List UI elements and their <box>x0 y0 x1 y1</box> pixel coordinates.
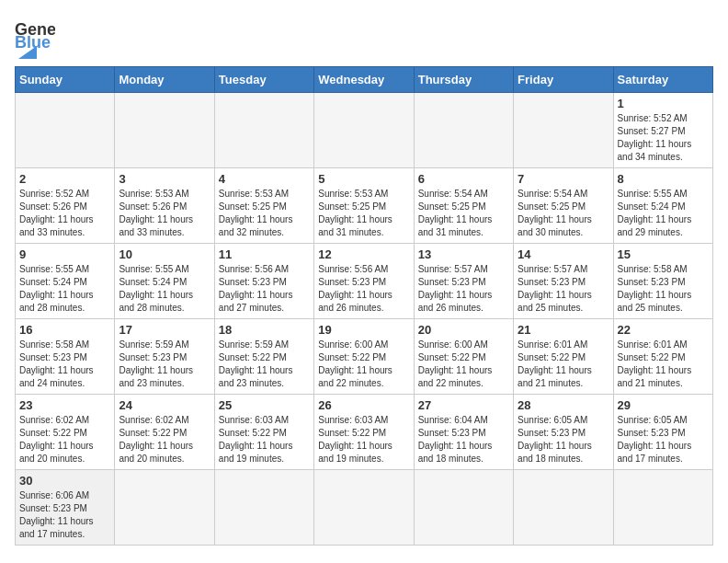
day-number: 12 <box>318 247 409 261</box>
day-info: Sunrise: 5:55 AM Sunset: 5:24 PM Dayligh… <box>19 263 110 315</box>
day-number: 15 <box>618 247 709 261</box>
calendar-day-cell: 8Sunrise: 5:55 AM Sunset: 5:24 PM Daylig… <box>613 168 712 244</box>
calendar-day-cell: 29Sunrise: 6:05 AM Sunset: 5:23 PM Dayli… <box>613 395 712 470</box>
day-number: 1 <box>618 97 709 110</box>
day-number: 30 <box>19 474 110 488</box>
day-number: 13 <box>418 247 509 261</box>
day-number: 5 <box>318 172 409 186</box>
calendar-day-cell <box>514 470 613 546</box>
calendar-day-cell: 14Sunrise: 5:57 AM Sunset: 5:23 PM Dayli… <box>514 244 613 319</box>
calendar-day-cell: 15Sunrise: 5:58 AM Sunset: 5:23 PM Dayli… <box>613 244 712 319</box>
day-number: 28 <box>518 398 609 412</box>
calendar-header-saturday: Saturday <box>613 67 712 93</box>
calendar-day-cell: 3Sunrise: 5:53 AM Sunset: 5:26 PM Daylig… <box>115 168 214 244</box>
calendar-day-cell: 22Sunrise: 6:01 AM Sunset: 5:22 PM Dayli… <box>613 319 712 395</box>
calendar-day-cell: 10Sunrise: 5:55 AM Sunset: 5:24 PM Dayli… <box>115 244 214 319</box>
calendar-day-cell: 30Sunrise: 6:06 AM Sunset: 5:23 PM Dayli… <box>16 470 115 546</box>
calendar-day-cell: 24Sunrise: 6:02 AM Sunset: 5:22 PM Dayli… <box>115 395 214 470</box>
calendar-header-tuesday: Tuesday <box>214 67 313 93</box>
calendar-day-cell <box>613 470 712 546</box>
day-number: 7 <box>518 172 609 186</box>
calendar-day-cell: 16Sunrise: 5:58 AM Sunset: 5:23 PM Dayli… <box>16 319 115 395</box>
calendar-header-monday: Monday <box>115 67 214 93</box>
day-number: 3 <box>119 172 210 186</box>
calendar-day-cell: 23Sunrise: 6:02 AM Sunset: 5:22 PM Dayli… <box>16 395 115 470</box>
calendar-week-row: 23Sunrise: 6:02 AM Sunset: 5:22 PM Dayli… <box>16 395 713 470</box>
calendar-header-wednesday: Wednesday <box>314 67 414 93</box>
calendar-day-cell <box>414 470 513 546</box>
day-number: 25 <box>219 398 310 412</box>
calendar-day-cell: 5Sunrise: 5:53 AM Sunset: 5:25 PM Daylig… <box>314 168 414 244</box>
day-number: 22 <box>618 323 709 337</box>
day-number: 24 <box>119 398 210 412</box>
calendar-header-row: SundayMondayTuesdayWednesdayThursdayFrid… <box>16 67 713 93</box>
day-number: 27 <box>418 398 509 412</box>
calendar-day-cell <box>414 93 513 168</box>
calendar-header-sunday: Sunday <box>16 67 115 93</box>
day-number: 14 <box>518 247 609 261</box>
calendar-day-cell <box>214 470 313 546</box>
calendar-day-cell: 28Sunrise: 6:05 AM Sunset: 5:23 PM Dayli… <box>514 395 613 470</box>
day-info: Sunrise: 6:02 AM Sunset: 5:22 PM Dayligh… <box>19 414 110 465</box>
day-info: Sunrise: 6:01 AM Sunset: 5:22 PM Dayligh… <box>618 339 709 390</box>
day-info: Sunrise: 5:58 AM Sunset: 5:23 PM Dayligh… <box>19 339 110 390</box>
calendar-week-row: 16Sunrise: 5:58 AM Sunset: 5:23 PM Dayli… <box>16 319 713 395</box>
day-info: Sunrise: 5:55 AM Sunset: 5:24 PM Dayligh… <box>618 188 709 239</box>
day-info: Sunrise: 5:52 AM Sunset: 5:26 PM Dayligh… <box>19 188 110 239</box>
day-number: 16 <box>19 323 110 337</box>
day-info: Sunrise: 6:05 AM Sunset: 5:23 PM Dayligh… <box>518 414 609 465</box>
calendar-day-cell: 2Sunrise: 5:52 AM Sunset: 5:26 PM Daylig… <box>16 168 115 244</box>
calendar-day-cell: 12Sunrise: 5:56 AM Sunset: 5:23 PM Dayli… <box>314 244 414 319</box>
day-info: Sunrise: 6:00 AM Sunset: 5:22 PM Dayligh… <box>318 339 409 390</box>
day-number: 19 <box>318 323 409 337</box>
calendar-week-row: 2Sunrise: 5:52 AM Sunset: 5:26 PM Daylig… <box>16 168 713 244</box>
logo-triangle-icon <box>18 46 37 59</box>
calendar-week-row: 1Sunrise: 5:52 AM Sunset: 5:27 PM Daylig… <box>16 93 713 168</box>
calendar-day-cell <box>514 93 613 168</box>
calendar-week-row: 9Sunrise: 5:55 AM Sunset: 5:24 PM Daylig… <box>16 244 713 319</box>
calendar-header-thursday: Thursday <box>414 67 513 93</box>
day-number: 8 <box>618 172 709 186</box>
day-number: 23 <box>19 398 110 412</box>
calendar-day-cell: 25Sunrise: 6:03 AM Sunset: 5:22 PM Dayli… <box>214 395 313 470</box>
day-info: Sunrise: 6:02 AM Sunset: 5:22 PM Dayligh… <box>119 414 210 465</box>
day-number: 11 <box>219 247 310 261</box>
day-info: Sunrise: 6:03 AM Sunset: 5:22 PM Dayligh… <box>318 414 409 465</box>
calendar-day-cell: 1Sunrise: 5:52 AM Sunset: 5:27 PM Daylig… <box>613 93 712 168</box>
day-info: Sunrise: 5:56 AM Sunset: 5:23 PM Dayligh… <box>219 263 310 315</box>
calendar-day-cell: 11Sunrise: 5:56 AM Sunset: 5:23 PM Dayli… <box>214 244 313 319</box>
calendar-day-cell <box>115 470 214 546</box>
day-info: Sunrise: 5:59 AM Sunset: 5:23 PM Dayligh… <box>119 339 210 390</box>
day-number: 26 <box>318 398 409 412</box>
day-info: Sunrise: 5:57 AM Sunset: 5:23 PM Dayligh… <box>518 263 609 315</box>
page-header: General Blue <box>15 15 713 59</box>
calendar-day-cell: 20Sunrise: 6:00 AM Sunset: 5:22 PM Dayli… <box>414 319 513 395</box>
day-number: 6 <box>418 172 509 186</box>
day-number: 29 <box>618 398 709 412</box>
day-number: 20 <box>418 323 509 337</box>
day-number: 18 <box>219 323 310 337</box>
calendar-day-cell <box>314 470 414 546</box>
calendar-day-cell: 13Sunrise: 5:57 AM Sunset: 5:23 PM Dayli… <box>414 244 513 319</box>
day-info: Sunrise: 5:52 AM Sunset: 5:27 PM Dayligh… <box>618 112 709 164</box>
day-number: 9 <box>19 247 110 261</box>
day-info: Sunrise: 5:59 AM Sunset: 5:22 PM Dayligh… <box>219 339 310 390</box>
calendar-day-cell: 17Sunrise: 5:59 AM Sunset: 5:23 PM Dayli… <box>115 319 214 395</box>
day-info: Sunrise: 5:53 AM Sunset: 5:25 PM Dayligh… <box>318 188 409 239</box>
day-info: Sunrise: 6:03 AM Sunset: 5:22 PM Dayligh… <box>219 414 310 465</box>
day-info: Sunrise: 5:56 AM Sunset: 5:23 PM Dayligh… <box>318 263 409 315</box>
calendar-week-row: 30Sunrise: 6:06 AM Sunset: 5:23 PM Dayli… <box>16 470 713 546</box>
day-number: 2 <box>19 172 110 186</box>
day-number: 10 <box>119 247 210 261</box>
calendar-day-cell <box>214 93 313 168</box>
day-number: 17 <box>119 323 210 337</box>
calendar-table: SundayMondayTuesdayWednesdayThursdayFrid… <box>15 66 713 546</box>
day-info: Sunrise: 5:53 AM Sunset: 5:25 PM Dayligh… <box>219 188 310 239</box>
calendar-day-cell <box>115 93 214 168</box>
day-info: Sunrise: 6:01 AM Sunset: 5:22 PM Dayligh… <box>518 339 609 390</box>
calendar-day-cell <box>314 93 414 168</box>
calendar-day-cell: 27Sunrise: 6:04 AM Sunset: 5:23 PM Dayli… <box>414 395 513 470</box>
day-info: Sunrise: 5:57 AM Sunset: 5:23 PM Dayligh… <box>418 263 509 315</box>
calendar-day-cell: 18Sunrise: 5:59 AM Sunset: 5:22 PM Dayli… <box>214 319 313 395</box>
calendar-day-cell: 19Sunrise: 6:00 AM Sunset: 5:22 PM Dayli… <box>314 319 414 395</box>
